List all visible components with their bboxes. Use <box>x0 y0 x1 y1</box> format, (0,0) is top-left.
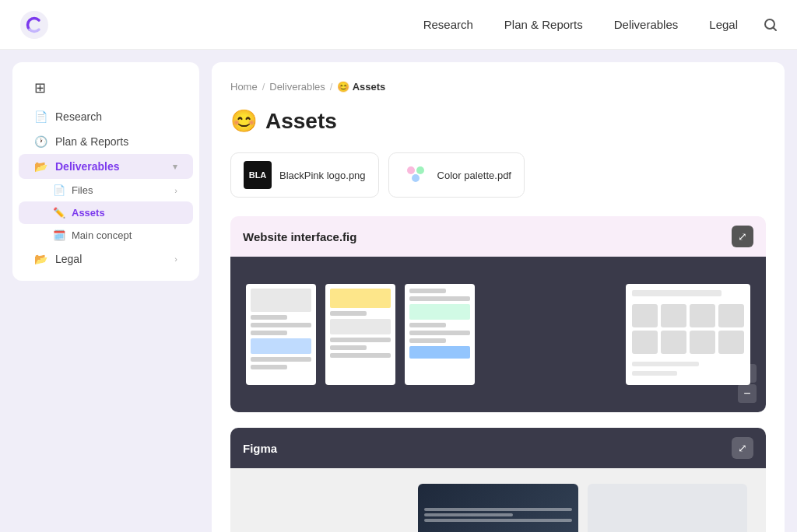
breadcrumb-sep-1: / <box>262 81 265 93</box>
file-icon-palette <box>402 161 430 189</box>
folder-icon-legal: 📂 <box>34 253 47 265</box>
breadcrumb-sep-2: / <box>330 81 333 93</box>
sidebar-sub-files[interactable]: 📄 Files › <box>19 179 193 201</box>
breadcrumb-current: 😊 Assets <box>337 81 385 93</box>
nav-plan-reports[interactable]: Plan & Reports <box>504 15 583 34</box>
nav-legal[interactable]: Legal <box>709 15 738 34</box>
svg-line-2 <box>774 27 777 30</box>
sidebar-label-research: Research <box>55 110 102 123</box>
figma-thumb-1[interactable] <box>418 484 578 532</box>
section-website-title: Website interface.fig <box>243 230 356 243</box>
figma-thumb-5[interactable] <box>588 484 747 532</box>
calendar-icon: 🗓️ <box>53 229 65 241</box>
file-name-palette: Color palette.pdf <box>437 170 511 181</box>
expand-icon: ⤢ <box>738 230 747 243</box>
svg-point-3 <box>407 166 415 174</box>
svg-point-0 <box>20 11 48 39</box>
wireframe-card-1 <box>246 284 316 385</box>
title-emoji: 😊 <box>230 108 258 134</box>
breadcrumb: Home / Deliverables / 😊 Assets <box>230 81 766 93</box>
chevron-down-icon: ▾ <box>173 162 177 172</box>
search-button[interactable] <box>763 17 778 33</box>
layout: ⊞ 📄 Research 🕐 Plan & Reports 📂 Delivera… <box>0 50 797 532</box>
grid-icon: ⊞ <box>34 79 46 96</box>
sidebar-item-legal[interactable]: 📂 Legal › <box>19 247 193 271</box>
folder-icon-deliverables: 📂 <box>34 160 47 173</box>
sidebar-label-plan-reports: Plan & Reports <box>55 135 128 148</box>
sidebar-label-deliverables: Deliverables <box>55 160 120 173</box>
breadcrumb-current-label: Assets <box>353 81 386 93</box>
breadcrumb-deliverables[interactable]: Deliverables <box>269 81 325 93</box>
page-title: 😊 Assets <box>230 108 766 134</box>
sidebar-sub-assets[interactable]: ✏️ Assets <box>19 201 193 224</box>
section-figma: Figma ⤢ <box>230 428 766 532</box>
svg-point-4 <box>416 166 424 174</box>
main-nav: Research Plan & Reports Deliverables Leg… <box>423 15 738 34</box>
main-content: Home / Deliverables / 😊 Assets 😊 Assets … <box>212 62 785 532</box>
sidebar-item-research[interactable]: 📄 Research <box>19 104 193 129</box>
sidebar-item-plan-reports[interactable]: 🕐 Plan & Reports <box>19 129 193 154</box>
section-website-header: Website interface.fig ⤢ <box>230 216 766 257</box>
wireframe-preview: + − <box>230 257 766 412</box>
chevron-right-icon-legal: › <box>174 254 177 264</box>
pencil-icon: ✏️ <box>53 207 65 219</box>
title-text: Assets <box>265 109 337 134</box>
section-figma-title: Figma <box>243 442 277 455</box>
sidebar: ⊞ 📄 Research 🕐 Plan & Reports 📂 Delivera… <box>12 62 199 281</box>
chevron-right-icon-files: › <box>174 186 177 195</box>
section-figma-header: Figma ⤢ <box>230 428 766 468</box>
sidebar-sub-label-main-concept: Main concept <box>72 229 132 241</box>
sidebar-item-deliverables[interactable]: 📂 Deliverables ▾ <box>19 154 193 179</box>
file-card-palette[interactable]: Color palette.pdf <box>388 152 525 198</box>
expand-figma-button[interactable]: ⤢ <box>732 437 753 459</box>
figma-preview <box>230 468 766 532</box>
section-website-interface: Website interface.fig ⤢ <box>230 216 766 412</box>
expand-website-button[interactable]: ⤢ <box>732 226 753 247</box>
file-cards: BLA BlackPink logo.png Color palette.pdf <box>230 152 766 198</box>
nav-research[interactable]: Research <box>423 15 473 34</box>
zoom-in-button[interactable]: + <box>738 364 757 383</box>
wireframe-card-3 <box>405 284 475 385</box>
clock-icon: 🕐 <box>34 135 47 148</box>
breadcrumb-emoji: 😊 <box>337 81 349 93</box>
zoom-controls: + − <box>738 364 757 403</box>
zoom-out-button[interactable]: − <box>738 384 757 403</box>
file-name-blackpink: BlackPink logo.png <box>279 170 366 181</box>
logo[interactable] <box>19 9 50 40</box>
sidebar-sub-label-assets: Assets <box>72 207 105 219</box>
file-icon-bla: BLA <box>244 161 272 189</box>
sidebar-icon-item[interactable]: ⊞ <box>19 72 193 104</box>
sidebar-label-legal: Legal <box>55 253 82 265</box>
file-icon: 📄 <box>53 184 65 196</box>
sidebar-sub-label-files: Files <box>72 184 93 196</box>
expand-figma-icon: ⤢ <box>738 442 747 454</box>
wireframe-card-wide <box>626 284 750 385</box>
search-icon <box>763 17 778 33</box>
breadcrumb-home[interactable]: Home <box>230 81 258 93</box>
file-card-blackpink[interactable]: BLA BlackPink logo.png <box>230 152 379 198</box>
document-icon: 📄 <box>34 110 47 123</box>
svg-point-5 <box>412 174 420 182</box>
wireframe-card-2 <box>325 284 395 385</box>
sidebar-sub-main-concept[interactable]: 🗓️ Main concept <box>19 224 193 247</box>
nav-deliverables[interactable]: Deliverables <box>614 15 679 34</box>
header: Research Plan & Reports Deliverables Leg… <box>0 0 797 50</box>
